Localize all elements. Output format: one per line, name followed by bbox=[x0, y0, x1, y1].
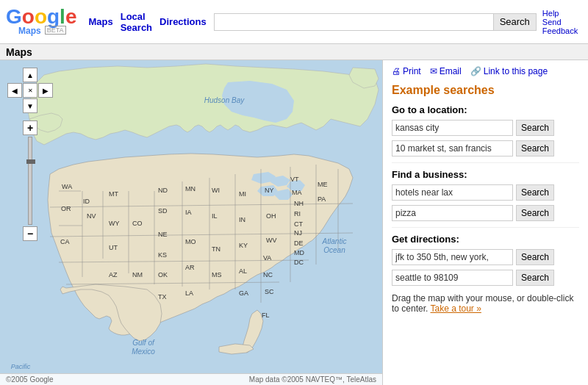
svg-text:DE: DE bbox=[294, 240, 304, 247]
example-row-seattle: Search bbox=[392, 270, 579, 286]
svg-text:MI: MI bbox=[239, 190, 246, 198]
email-link[interactable]: ✉ Email bbox=[430, 66, 462, 76]
panel-actions: 🖨 Print ✉ Email 🔗 Link to this page bbox=[392, 66, 579, 76]
svg-text:WY: WY bbox=[109, 220, 120, 227]
svg-text:CT: CT bbox=[294, 220, 303, 228]
map-controls: ▲ ◀ ✕ ▶ ▼ + − bbox=[7, 68, 53, 241]
zoom-thumb bbox=[26, 159, 35, 164]
nav-maps[interactable]: Maps bbox=[88, 16, 112, 27]
svg-text:AR: AR bbox=[185, 264, 195, 271]
svg-text:NY: NY bbox=[265, 187, 274, 194]
nav-links: Maps Local Search Directions bbox=[88, 11, 213, 33]
logo-g: G bbox=[6, 5, 22, 28]
svg-text:NC: NC bbox=[263, 271, 273, 278]
map-copyright-data: Map data ©2005 NAVTEQ™, TeleAtlas bbox=[249, 375, 376, 384]
search-button-jfk[interactable]: Search bbox=[516, 249, 554, 265]
right-panel: 🖨 Print ✉ Email 🔗 Link to this page Exam… bbox=[382, 60, 588, 385]
logo-area: Google Maps BETA bbox=[6, 7, 76, 37]
example-row-jfk: Search bbox=[392, 249, 579, 265]
svg-text:NH: NH bbox=[294, 200, 304, 207]
main-search-button[interactable]: Search bbox=[493, 13, 537, 31]
nav-local-search[interactable]: Local Search bbox=[121, 11, 152, 33]
email-label: Email bbox=[440, 66, 462, 76]
nav-down-button[interactable]: ▼ bbox=[23, 98, 37, 113]
link-to-page-link[interactable]: 🔗 Link to this page bbox=[470, 66, 548, 76]
svg-text:OK: OK bbox=[158, 271, 168, 278]
header: Google Maps BETA Maps Local Search Direc… bbox=[0, 0, 588, 44]
svg-text:AZ: AZ bbox=[109, 271, 118, 278]
svg-text:Pacific: Pacific bbox=[11, 363, 31, 370]
svg-text:MO: MO bbox=[185, 238, 196, 245]
google-logo: Google bbox=[6, 7, 76, 27]
print-link[interactable]: 🖨 Print bbox=[392, 66, 421, 76]
main-content: WA OR CA NV ID MT WY UT AZ CO NM ND SD N… bbox=[0, 60, 588, 385]
zoom-slider[interactable] bbox=[28, 137, 32, 225]
tour-description: Drag the map with your mouse, or double-… bbox=[392, 293, 573, 314]
map-copyright-google: ©2005 Google bbox=[6, 375, 54, 384]
tour-text: Drag the map with your mouse, or double-… bbox=[392, 293, 579, 314]
section-business-label: Find a business: bbox=[392, 169, 579, 180]
example-input-pizza[interactable] bbox=[392, 205, 513, 221]
svg-text:LA: LA bbox=[185, 289, 193, 297]
example-row-market-st: Search bbox=[392, 140, 579, 156]
zoom-out-button[interactable]: − bbox=[23, 226, 37, 241]
svg-text:SC: SC bbox=[265, 288, 274, 295]
svg-text:NM: NM bbox=[132, 271, 143, 278]
svg-text:OH: OH bbox=[266, 212, 276, 220]
example-input-kansas[interactable] bbox=[392, 120, 513, 136]
feedback-link[interactable]: Send Feedback bbox=[542, 18, 582, 35]
zoom-in-button[interactable]: + bbox=[23, 120, 37, 135]
main-search-input[interactable] bbox=[214, 13, 493, 31]
sub-nav-title: Maps bbox=[6, 46, 32, 58]
nav-left-button[interactable]: ◀ bbox=[7, 83, 22, 98]
svg-text:DC: DC bbox=[294, 259, 304, 266]
map-area[interactable]: WA OR CA NV ID MT WY UT AZ CO NM ND SD N… bbox=[0, 60, 382, 385]
map-svg: WA OR CA NV ID MT WY UT AZ CO NM ND SD N… bbox=[0, 60, 382, 385]
search-button-pizza[interactable]: Search bbox=[516, 205, 554, 221]
svg-text:NE: NE bbox=[158, 231, 168, 238]
svg-text:GA: GA bbox=[239, 289, 248, 297]
nav-right-button[interactable]: ▶ bbox=[38, 83, 53, 98]
nav-directions[interactable]: Directions bbox=[159, 16, 207, 27]
svg-text:WI: WI bbox=[212, 187, 220, 194]
tour-link[interactable]: Take a tour » bbox=[430, 303, 481, 314]
logo-g2: g bbox=[47, 5, 60, 28]
svg-text:MA: MA bbox=[292, 189, 302, 196]
search-area: Search bbox=[214, 13, 537, 31]
example-input-market-st[interactable] bbox=[392, 140, 513, 156]
panel-title: Example searches bbox=[392, 84, 579, 97]
logo-o1: o bbox=[22, 5, 35, 28]
svg-text:ID: ID bbox=[83, 198, 90, 205]
example-input-hotels[interactable] bbox=[392, 184, 513, 201]
print-label: Print bbox=[403, 66, 421, 76]
example-input-jfk[interactable] bbox=[392, 249, 513, 265]
svg-text:MT: MT bbox=[109, 190, 118, 198]
svg-text:KY: KY bbox=[239, 242, 248, 249]
svg-text:Mexico: Mexico bbox=[132, 348, 155, 356]
example-input-seattle[interactable] bbox=[392, 270, 513, 286]
svg-text:WA: WA bbox=[62, 183, 72, 190]
nav-center-button[interactable]: ✕ bbox=[23, 83, 37, 98]
svg-text:PA: PA bbox=[318, 195, 326, 203]
nav-cross: ▲ ◀ ✕ ▶ ▼ bbox=[7, 68, 53, 113]
help-link[interactable]: Help bbox=[542, 9, 582, 18]
search-button-market-st[interactable]: Search bbox=[516, 140, 554, 156]
svg-text:IA: IA bbox=[185, 209, 192, 216]
svg-text:MN: MN bbox=[185, 185, 196, 192]
divider-1 bbox=[392, 162, 579, 163]
logo-l: l bbox=[60, 5, 65, 28]
svg-text:VA: VA bbox=[263, 254, 271, 262]
nav-up-button[interactable]: ▲ bbox=[23, 68, 37, 82]
search-button-seattle[interactable]: Search bbox=[516, 270, 554, 286]
svg-text:SD: SD bbox=[158, 207, 168, 215]
svg-text:TX: TX bbox=[158, 293, 167, 301]
svg-text:Hudson Bay: Hudson Bay bbox=[204, 96, 245, 104]
svg-text:CO: CO bbox=[132, 220, 143, 227]
search-button-kansas[interactable]: Search bbox=[516, 120, 554, 136]
svg-text:AL: AL bbox=[239, 267, 247, 275]
svg-text:KS: KS bbox=[158, 251, 167, 259]
svg-text:IN: IN bbox=[239, 216, 245, 223]
svg-text:MD: MD bbox=[294, 249, 304, 256]
search-button-hotels[interactable]: Search bbox=[516, 184, 554, 201]
section-directions-label: Get directions: bbox=[392, 234, 579, 245]
